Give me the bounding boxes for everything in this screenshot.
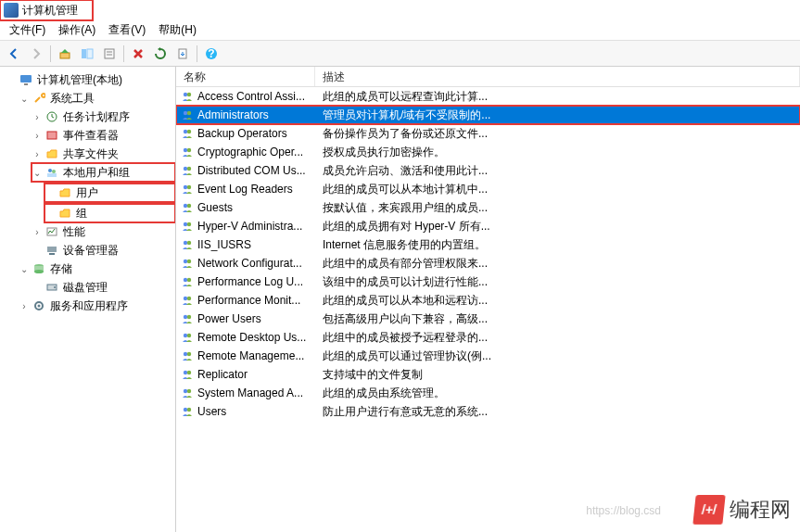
row-desc: 此组的成员可以远程查询此计算... <box>315 89 800 105</box>
list-row[interactable]: Distributed COM Us...成员允许启动、激活和使用此计... <box>176 161 800 180</box>
back-button[interactable] <box>4 44 24 64</box>
row-desc: 备份操作员为了备份或还原文件... <box>315 126 800 142</box>
delete-button[interactable] <box>128 44 148 64</box>
tree-services-apps[interactable]: › 服务和应用程序 <box>19 297 175 315</box>
group-icon <box>180 311 195 326</box>
tree-shared-folders[interactable]: › 共享文件夹 <box>32 145 175 163</box>
svg-rect-9 <box>20 75 32 82</box>
row-name: Administrators <box>197 108 315 121</box>
svg-point-53 <box>187 334 191 337</box>
collapse-icon[interactable]: ⌄ <box>19 264 30 274</box>
menu-file[interactable]: 文件(F) <box>4 20 51 40</box>
row-name: Guests <box>197 201 315 214</box>
svg-point-32 <box>184 148 187 152</box>
list-view[interactable]: 名称 描述 Access Control Assi...此组的成员可以远程查询此… <box>176 67 800 532</box>
expand-icon[interactable]: › <box>19 301 30 311</box>
svg-point-54 <box>184 352 187 356</box>
tree-groups[interactable]: 组 <box>44 204 175 222</box>
list-row[interactable]: Users防止用户进行有意或无意的系统... <box>176 402 800 421</box>
svg-point-21 <box>34 270 44 273</box>
tree-storage[interactable]: ⌄ 存储 <box>19 260 175 278</box>
svg-point-30 <box>184 130 187 133</box>
nav-tree[interactable]: 计算机管理(本地) ⌄ 系统工具 › 任务计划程序 <box>0 67 176 532</box>
list-row[interactable]: Hyper-V Administra...此组的成员拥有对 Hyper-V 所有… <box>176 217 800 235</box>
list-row[interactable]: Event Log Readers此组的成员可以从本地计算机中... <box>176 180 800 198</box>
group-icon <box>180 163 195 178</box>
group-icon <box>180 404 195 419</box>
refresh-button[interactable] <box>150 44 171 64</box>
tree-performance[interactable]: › 性能 <box>32 222 175 241</box>
expand-icon[interactable]: › <box>32 112 43 122</box>
group-icon <box>180 89 195 104</box>
list-row[interactable]: Administrators管理员对计算机/域有不受限制的... <box>176 106 800 124</box>
group-icon <box>180 256 195 271</box>
list-row[interactable]: Network Configurat...此组中的成员有部分管理权限来... <box>176 254 800 272</box>
tree-system-tools[interactable]: ⌄ 系统工具 <box>19 89 175 108</box>
help-button[interactable]: ? <box>201 44 222 64</box>
row-desc: 此组的成员可以从本地计算机中... <box>315 182 800 197</box>
row-name: System Managed A... <box>197 386 315 399</box>
tree-device-manager[interactable]: 设备管理器 <box>32 241 175 260</box>
folder-icon <box>57 185 72 200</box>
list-row[interactable]: Backup Operators备份操作员为了备份或还原文件... <box>176 124 800 143</box>
svg-point-41 <box>187 222 191 226</box>
row-desc: 此组的成员可以从本地和远程访... <box>315 293 800 309</box>
menu-help[interactable]: 帮助(H) <box>153 20 202 40</box>
export-list-button[interactable] <box>172 44 193 64</box>
group-icon <box>180 348 195 363</box>
svg-rect-12 <box>47 132 57 139</box>
list-row[interactable]: Performance Monit...此组的成员可以从本地和远程访... <box>176 291 800 310</box>
expand-icon[interactable]: › <box>32 149 43 159</box>
row-desc: 防止用户进行有意或无意的系统... <box>315 404 800 420</box>
row-desc: Internet 信息服务使用的内置组。 <box>315 237 800 253</box>
list-row[interactable]: System Managed A...此组的成员由系统管理。 <box>176 384 800 402</box>
list-row[interactable]: Replicator支持域中的文件复制 <box>176 365 800 384</box>
list-row[interactable]: IIS_IUSRSInternet 信息服务使用的内置组。 <box>176 235 800 254</box>
svg-point-60 <box>184 408 187 412</box>
toolbar: ? <box>0 41 800 67</box>
tree-task-scheduler[interactable]: › 任务计划程序 <box>32 108 175 126</box>
tree-root[interactable]: 计算机管理(本地) <box>6 70 175 89</box>
storage-icon <box>32 261 46 276</box>
row-desc: 管理员对计算机/域有不受限制的... <box>315 108 800 123</box>
svg-point-59 <box>187 389 191 393</box>
show-hide-tree-button[interactable] <box>77 44 97 64</box>
svg-point-33 <box>187 148 191 152</box>
collapse-icon[interactable]: ⌄ <box>32 168 43 178</box>
row-name: Cryptographic Oper... <box>197 146 315 158</box>
up-button[interactable] <box>55 44 75 64</box>
tree-event-viewer[interactable]: › 事件查看器 <box>32 126 175 145</box>
tree-local-users-groups[interactable]: ⌄ 本地用户和组 <box>32 163 175 182</box>
list-row[interactable]: Remote Desktop Us...此组中的成员被授予远程登录的... <box>176 328 800 347</box>
list-row[interactable]: Guests按默认值，来宾跟用户组的成员... <box>176 198 800 217</box>
tree-users[interactable]: 用户 <box>44 184 175 202</box>
tree-disk-management[interactable]: 磁盘管理 <box>32 278 175 297</box>
list-row[interactable]: Cryptographic Oper...授权成员执行加密操作。 <box>176 143 800 161</box>
row-desc: 此组的成员可以通过管理协议(例... <box>315 348 800 364</box>
menubar: 文件(F) 操作(A) 查看(V) 帮助(H) <box>0 20 800 41</box>
toolbar-separator <box>50 45 51 62</box>
expand-icon[interactable]: › <box>32 227 43 237</box>
row-desc: 包括高级用户以向下兼容，高级... <box>315 311 800 327</box>
col-header-name[interactable]: 名称 <box>176 67 315 86</box>
col-header-desc[interactable]: 描述 <box>315 67 800 86</box>
list-row[interactable]: Performance Log U...该组中的成员可以计划进行性能... <box>176 272 800 291</box>
row-desc: 此组中的成员有部分管理权限来... <box>315 256 800 272</box>
expand-icon[interactable]: › <box>32 131 43 141</box>
menu-action[interactable]: 操作(A) <box>53 20 101 40</box>
list-row[interactable]: Power Users包括高级用户以向下兼容，高级... <box>176 310 800 328</box>
list-row[interactable]: Access Control Assi...此组的成员可以远程查询此计算... <box>176 87 800 106</box>
svg-point-13 <box>48 169 52 172</box>
forward-button[interactable] <box>26 44 46 64</box>
svg-point-48 <box>184 297 187 300</box>
row-desc: 此组的成员拥有对 Hyper-V 所有... <box>315 219 800 234</box>
watermark-url: https://blog.csd <box>586 504 661 517</box>
menu-view[interactable]: 查看(V) <box>103 20 151 40</box>
svg-point-39 <box>187 204 191 208</box>
properties-button[interactable] <box>99 44 120 64</box>
row-name: Users <box>197 405 315 418</box>
collapse-icon[interactable]: ⌄ <box>19 94 30 104</box>
svg-point-40 <box>184 222 187 226</box>
list-row[interactable]: Remote Manageme...此组的成员可以通过管理协议(例... <box>176 347 800 365</box>
row-name: Backup Operators <box>197 127 315 140</box>
